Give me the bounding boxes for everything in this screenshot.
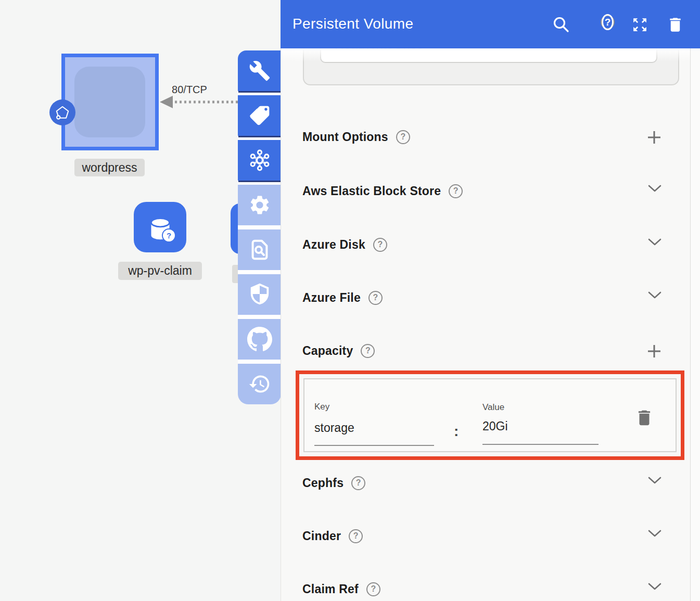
history-icon[interactable]	[238, 364, 281, 404]
search-icon[interactable]	[552, 15, 570, 34]
key-field-label: Key	[314, 402, 329, 412]
capacity-value-input[interactable]: 20Gi	[482, 419, 508, 433]
wordpress-label: wordpress	[74, 159, 145, 176]
value-input-underline	[482, 444, 599, 445]
help-icon[interactable]: ?	[396, 130, 410, 144]
section-label: Cephfs	[302, 476, 343, 490]
help-icon[interactable]: ?	[351, 476, 365, 490]
file-search-icon[interactable]	[238, 229, 281, 270]
help-icon[interactable]: ?	[601, 15, 615, 29]
wrench-icon[interactable]	[238, 50, 281, 91]
capacity-key-value-row: Key storage : Value 20Gi	[303, 378, 677, 452]
chevron-down-icon[interactable]	[647, 476, 662, 487]
tag-icon[interactable]	[238, 95, 281, 136]
hub-icon[interactable]	[238, 140, 281, 181]
section-label: Capacity	[302, 344, 353, 358]
add-button[interactable]	[646, 343, 662, 361]
section-label: Claim Ref	[302, 582, 359, 596]
chevron-down-icon[interactable]	[647, 184, 662, 195]
section-cinder[interactable]: Cinder ?	[302, 528, 662, 544]
scrollbar-track[interactable]	[690, 48, 700, 601]
help-icon[interactable]: ?	[449, 184, 463, 198]
help-icon[interactable]: ?	[361, 344, 375, 358]
panel-header: Persistent Volume ?	[281, 0, 700, 48]
delete-row-button[interactable]	[634, 408, 654, 430]
gear-icon[interactable]	[238, 185, 281, 225]
key-input-underline	[314, 445, 434, 446]
section-claim-ref[interactable]: Claim Ref ?	[302, 581, 662, 597]
section-label: Aws Elastic Block Store	[302, 184, 441, 198]
key-value-separator: :	[454, 423, 459, 440]
wordpress-pod-box	[74, 67, 145, 137]
help-icon[interactable]: ?	[349, 529, 363, 543]
chevron-down-icon[interactable]	[647, 582, 662, 593]
help-icon[interactable]: ?	[366, 582, 380, 596]
node-wp-pv-claim[interactable]	[134, 202, 186, 252]
section-azure-file[interactable]: Azure File ?	[302, 290, 662, 305]
pod-pentagon-icon	[49, 99, 75, 125]
capacity-key-input[interactable]: storage	[314, 421, 354, 435]
section-capacity[interactable]: Capacity ?	[302, 343, 662, 359]
help-icon[interactable]: ?	[373, 238, 387, 252]
section-label: Azure File	[302, 291, 361, 305]
chevron-down-icon[interactable]	[647, 529, 662, 540]
chevron-down-icon[interactable]	[647, 290, 662, 302]
section-mount-options[interactable]: Mount Options ?	[302, 129, 662, 145]
app-window: wordpress 80/TCP ? wp-pv-claim	[0, 0, 700, 601]
section-label: Mount Options	[302, 130, 388, 144]
trash-icon[interactable]	[666, 15, 684, 34]
node-wordpress[interactable]	[61, 54, 159, 150]
section-azure-disk[interactable]: Azure Disk ?	[302, 237, 662, 252]
panel-title: Persistent Volume	[292, 16, 413, 32]
pvc-question-badge: ?	[162, 228, 176, 242]
add-button[interactable]	[646, 130, 662, 147]
chevron-down-icon[interactable]	[647, 237, 662, 249]
shield-icon[interactable]	[238, 274, 281, 315]
section-aws-ebs[interactable]: Aws Elastic Block Store ?	[302, 183, 662, 199]
wp-pv-claim-label: wp-pv-claim	[118, 262, 202, 280]
section-label: Azure Disk	[302, 238, 365, 252]
section-label: Cinder	[302, 529, 341, 543]
github-icon[interactable]	[238, 319, 281, 360]
section-cephfs[interactable]: Cephfs ?	[302, 475, 662, 491]
help-icon[interactable]: ?	[368, 291, 383, 305]
value-field-label: Value	[482, 402, 504, 413]
diagram-toolbar	[238, 50, 281, 404]
scroll-fade	[281, 48, 690, 62]
expand-icon[interactable]	[630, 15, 649, 34]
